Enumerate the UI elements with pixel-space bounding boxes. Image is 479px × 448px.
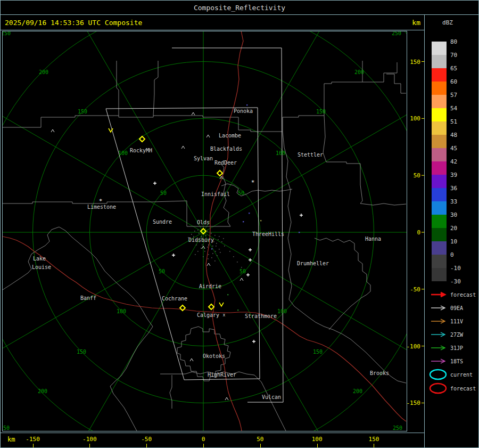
legend-label-27ZW: 27ZW <box>450 332 464 338</box>
colorbar-block-60dBZ <box>432 82 447 95</box>
clutter-dot <box>194 231 195 232</box>
legend: forecast09EA111V27ZW31JP18TScurrentforec… <box>430 292 476 393</box>
radar-coverage-outlines <box>106 48 283 402</box>
plus-marker <box>153 182 156 185</box>
echo-dot <box>249 213 250 214</box>
county-boundary-line <box>386 74 406 93</box>
colorbar-label-42: 42 <box>450 158 457 165</box>
clutter-dot <box>208 258 209 259</box>
caret-marker <box>240 278 243 281</box>
city-label-louise: Louise <box>32 264 51 270</box>
city-label-banff: Banff <box>80 295 96 301</box>
city-label-vulcan: Vulcan <box>262 394 281 400</box>
county-boundary-line <box>170 375 172 409</box>
clutter-dot <box>208 254 209 255</box>
highway-line <box>3 237 406 421</box>
caret-marker <box>207 263 210 266</box>
clutter-dot <box>233 256 234 257</box>
echo-dot <box>243 221 244 222</box>
city-label-airdrie: Airdrie <box>199 283 221 289</box>
bottom-axis-label-100: 100 <box>312 436 323 443</box>
ring-label-250: 250 <box>393 425 402 431</box>
clutter-dot <box>217 255 218 256</box>
county-boundary-line <box>3 227 153 433</box>
ring-label-100: 100 <box>276 150 285 156</box>
colorbar-block-65dBZ <box>432 68 447 82</box>
asterisk-marker: * <box>251 179 255 186</box>
bottom-axis-label-150: 150 <box>369 436 379 443</box>
plus-marker <box>252 340 255 343</box>
colorbar-label-10: 10 <box>450 238 457 245</box>
right-axis-labels: 150100500-50-100-150 <box>407 59 425 407</box>
city-label-lake: Lake <box>33 256 46 262</box>
map-panel[interactable]: 5010015020025050100150200250501001502002… <box>0 30 425 433</box>
city-label-highriver: HighRiver <box>208 372 236 378</box>
bottom-axis-label--100: -100 <box>82 436 97 443</box>
bottom-axis-tick <box>203 444 204 447</box>
v-marker <box>109 128 113 132</box>
echo-dot <box>237 309 238 311</box>
clutter-dot <box>207 247 208 248</box>
city-label-reddeer: RedDeer <box>214 160 237 166</box>
caret-marker <box>190 359 193 361</box>
right-axis-label-150: 150 <box>410 59 420 66</box>
clutter-dot <box>220 252 221 253</box>
clutter-dot <box>211 257 212 258</box>
colorbar-label-70: 70 <box>450 52 457 59</box>
colorbar-label-60: 60 <box>450 78 457 85</box>
clutter-dot <box>229 251 230 252</box>
colorbar-block-51dBZ <box>432 121 447 135</box>
bottom-axis-tick <box>146 444 147 447</box>
ring-label-200: 200 <box>39 69 48 75</box>
colorbar-label-65: 65 <box>450 65 457 72</box>
caret-marker <box>181 146 185 149</box>
clutter-dot <box>223 238 224 239</box>
ring-label-150: 150 <box>313 349 323 355</box>
county-boundaries <box>3 61 406 433</box>
legend-item-31JP-4: 31JP <box>431 345 463 351</box>
colorbar-label-48: 48 <box>450 132 457 139</box>
legend-label-31JP: 31JP <box>450 345 463 351</box>
legend-label-forecast: forecast <box>450 386 476 392</box>
bottom-axis-tick <box>260 444 261 447</box>
colorbar-block--10dBZ <box>432 268 447 281</box>
legend-ellipse <box>430 384 446 393</box>
bottom-axis-label-0: 0 <box>202 436 205 443</box>
colorbar-labels: 807065605754514845423936333020100-10-30 <box>450 38 461 285</box>
colorbar-label-30: 30 <box>450 211 457 218</box>
caret-marker <box>207 135 210 137</box>
clutter-dot <box>216 243 217 244</box>
clutter-dot <box>212 246 213 247</box>
clutter-dot <box>191 234 192 235</box>
bottom-axis-tick <box>33 444 34 447</box>
radar-map[interactable]: 5010015020025050100150200250501001502002… <box>1 30 424 433</box>
echo-dot <box>260 220 261 221</box>
city-label-didsbury: Didsbury <box>188 237 214 243</box>
city-label-drumheller: Drumheller <box>297 260 329 266</box>
colorbar-block-0dBZ <box>432 255 447 268</box>
colorbar-label-51: 51 <box>450 118 457 125</box>
ring-label-200: 200 <box>353 388 362 394</box>
colorbar-block-10dBZ <box>432 241 447 255</box>
window-title: Composite_Reflectivity <box>194 4 285 12</box>
bottom-axis-tick <box>374 444 374 447</box>
colorbar-label--30: -30 <box>450 278 461 285</box>
right-axis-label--100: -100 <box>407 343 421 350</box>
colorbar-block-45dBZ <box>432 148 447 161</box>
clutter-dot <box>208 245 209 246</box>
clutter-dot <box>205 235 207 236</box>
county-boundary-line <box>221 184 292 196</box>
echo-dot <box>227 294 228 295</box>
colorbar-label-39: 39 <box>450 172 457 178</box>
clutter-dot <box>195 254 196 255</box>
ring-label-50: 50 <box>240 268 246 274</box>
clutter-dot <box>219 236 220 237</box>
bottom-axis-unit: km <box>7 436 15 443</box>
colorbar-label-80: 80 <box>450 38 457 45</box>
colorbar-block-33dBZ <box>432 201 447 215</box>
county-boundary-line <box>3 201 230 226</box>
echo-dot <box>211 248 212 249</box>
ring-label-50: 50 <box>159 268 165 274</box>
legend-item-18TS-5: 18TS <box>431 359 463 364</box>
colorbar-block-36dBZ <box>432 188 447 201</box>
